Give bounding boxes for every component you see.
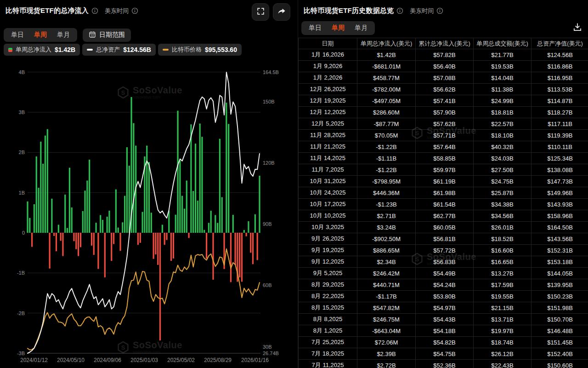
table-row: 8月 29,2025$440.71M$54.24B$17.59B$139.95B [299, 279, 588, 291]
cell-date: 8月 15,2025 [299, 302, 357, 314]
cell-value: $125.34B [531, 153, 588, 164]
cell-value: $2.72B [357, 360, 416, 368]
cell-date: 1月 16,2026 [299, 49, 357, 61]
cell-value: -$782.00M [357, 84, 416, 95]
tab-单日[interactable]: 单日 [304, 23, 327, 34]
cell-value: $27.50B [474, 164, 531, 176]
table-row: 9月 26,2025-$902.50M$56.81B$18.52B$143.56… [299, 233, 588, 245]
cell-value: $57.62B [416, 118, 474, 130]
cell-value: $13.71B [474, 314, 531, 325]
tab-单日[interactable]: 单日 [6, 29, 29, 40]
timezone-label: 美东时间 [105, 7, 129, 15]
cell-value: -$497.05M [357, 95, 416, 107]
table-row: 11月 14,2025-$1.11B$58.85B$24.03B$125.34B [299, 153, 588, 164]
info-icon[interactable] [91, 7, 98, 14]
cell-value: $143.56B [531, 233, 588, 245]
table-row: 7月 11,2025$2.72B$52.36B$22.43B$150.60B [299, 360, 588, 368]
cell-value: $57.08B [416, 72, 474, 84]
info-icon[interactable] [396, 7, 403, 14]
table-row: 10月 3,2025$3.24B$60.05B$26.01B$164.50B [299, 222, 588, 233]
svg-text:150B: 150B [263, 99, 275, 104]
etf-history-table: 日期单周总净流入(美元)累计总净流入(美元)单周总成交额(美元)总资产净值(美元… [298, 38, 588, 368]
tab-单周[interactable]: 单周 [29, 29, 52, 40]
column-header: 单周总成交额(美元) [474, 38, 531, 49]
column-header: 日期 [299, 38, 357, 49]
share-icon [277, 7, 286, 17]
info-icon[interactable] [436, 7, 443, 14]
cell-date: 9月 5,2025 [299, 268, 357, 279]
svg-text:2024/01/12: 2024/01/12 [20, 357, 48, 363]
etf-flows-chart[interactable]: 4B3B2B1B0-1B-2B-3B164.5B150B120B90B60B30… [0, 64, 298, 368]
orange-dash-icon [163, 49, 169, 51]
table-row: 10月 17,2025-$1.23B$61.54B$34.38B$143.93B [299, 199, 588, 210]
table-row: 10月 10,2025$2.71B$62.77B$34.56B$158.96B [299, 210, 588, 222]
tab-单月[interactable]: 单月 [350, 23, 373, 34]
legend-chip-white-dash[interactable]: 总净资产$124.56B [82, 44, 156, 56]
timezone-label: 美东时间 [410, 7, 434, 15]
cell-value: $446.36M [357, 187, 416, 199]
info-icon[interactable] [131, 7, 138, 14]
table-row: 1月 2,2026$458.77M$57.08B$14.04B$116.95B [299, 72, 588, 84]
cell-value: $40.32B [474, 141, 531, 153]
cell-value: $110.11B [531, 141, 588, 153]
table-row: 10月 24,2025$446.36M$61.98B$25.87B$149.96… [299, 187, 588, 199]
table-row: 8月 1,2025-$643.04M$54.18B$19.97B$146.48B [299, 325, 588, 337]
page-title: 比特币现货ETF的总净流入 [6, 6, 89, 15]
legend-chip-green-red-square[interactable]: 单周总净流入$1.42B [4, 44, 80, 56]
cell-value: $113.53B [531, 84, 588, 95]
cell-value: $116.95B [531, 72, 588, 84]
legend-chip-orange-dash[interactable]: 比特币价格$95,553.60 [158, 44, 242, 56]
column-header: 单周总净流入(美元) [357, 38, 416, 49]
cell-value: $13.27B [474, 268, 531, 279]
cell-value: $19.97B [474, 325, 531, 337]
cell-value: $54.43B [416, 314, 474, 325]
cell-date: 10月 17,2025 [299, 199, 357, 210]
cell-value: $21.15B [474, 302, 531, 314]
svg-text:2024/05/10: 2024/05/10 [57, 357, 85, 363]
cell-date: 10月 3,2025 [299, 222, 357, 233]
tab-单周[interactable]: 单周 [327, 23, 350, 34]
svg-text:-2B: -2B [17, 310, 25, 316]
download-button[interactable] [571, 20, 584, 35]
cell-value: $147.73B [531, 176, 588, 187]
cell-value: $56.83B [416, 256, 474, 268]
tab-单月[interactable]: 单月 [52, 29, 75, 40]
cell-date: 8月 29,2025 [299, 279, 357, 291]
cell-value: $16.60B [474, 245, 531, 256]
table-row: 12月 5,2025-$87.77M$57.62B$22.57B$117.11B [299, 118, 588, 130]
cell-value: $151.98B [531, 302, 588, 314]
table-row: 8月 22,2025-$1.17B$53.80B$19.55B$150.23B [299, 291, 588, 302]
cell-date: 11月 14,2025 [299, 153, 357, 164]
cell-value: $144.05B [531, 268, 588, 279]
cell-value: $25.87B [474, 187, 531, 199]
cell-value: $151.45B [531, 337, 588, 348]
svg-text:26.74B: 26.74B [263, 351, 279, 356]
cell-value: $458.77M [357, 72, 416, 84]
cell-value: -$643.04M [357, 325, 416, 337]
cell-value: $54.18B [416, 325, 474, 337]
table-row: 11月 21,2025-$1.22B$57.64B$40.32B$110.11B [299, 141, 588, 153]
cell-value: $2.34B [357, 256, 416, 268]
cell-value: $26.01B [474, 222, 531, 233]
table-row: 11月 7,2025-$1.22B$59.97B$27.50B$138.08B [299, 164, 588, 176]
cell-date: 12月 5,2025 [299, 118, 357, 130]
svg-text:1B: 1B [19, 190, 25, 196]
cell-value: $152.31B [531, 245, 588, 256]
legend-label: 单周总净流入 [16, 46, 51, 54]
cell-date: 10月 31,2025 [299, 176, 357, 187]
cell-value: $58.85B [416, 153, 474, 164]
cell-value: $18.10B [474, 130, 531, 141]
cell-value: $54.82B [416, 337, 474, 348]
share-button[interactable] [273, 3, 290, 21]
cell-date: 12月 26,2025 [299, 84, 357, 95]
cell-value: $150.23B [531, 291, 588, 302]
cell-date: 10月 24,2025 [299, 187, 357, 199]
date-range-button[interactable]: 12 日期范围 [83, 29, 131, 42]
cell-date: 10月 10,2025 [299, 210, 357, 222]
fullscreen-button[interactable] [252, 3, 269, 21]
table-row: 12月 19,2025-$497.05M$57.41B$24.99B$114.8… [299, 95, 588, 107]
cell-value: $158.96B [531, 210, 588, 222]
cell-date: 8月 1,2025 [299, 325, 357, 337]
cell-value: $56.81B [416, 233, 474, 245]
table-row: 7月 25,2025$72.06M$54.82B$18.74B$151.45B [299, 337, 588, 348]
